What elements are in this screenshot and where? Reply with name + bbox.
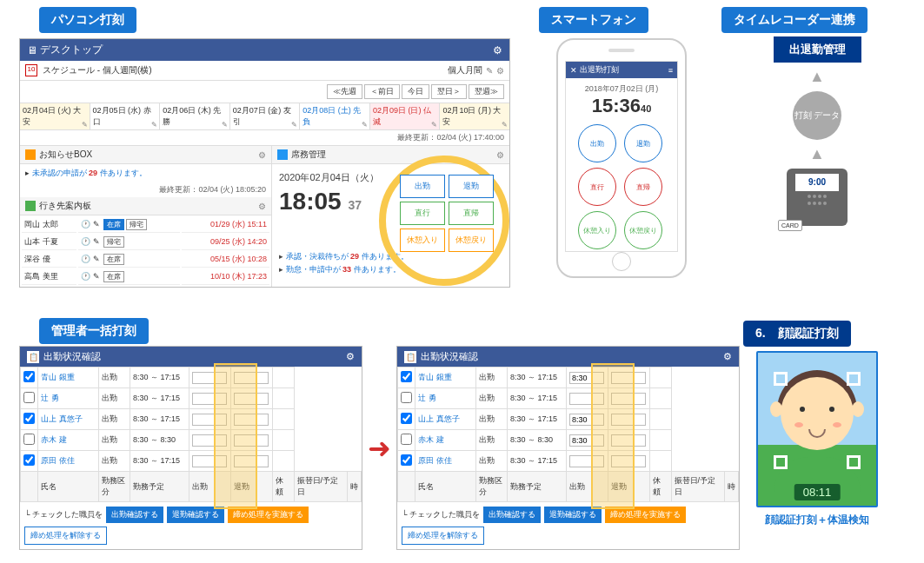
kinmu-title: 席務管理 [291, 149, 326, 161]
btn-close-undo[interactable]: 締め処理を解除する [24, 527, 107, 545]
row-name[interactable]: 青山 銀重 [38, 368, 99, 388]
row-checkbox[interactable] [401, 371, 412, 382]
att-icon: 📋 [27, 351, 39, 363]
btn-chokko[interactable]: 直行 [400, 202, 445, 225]
row-checkbox[interactable] [23, 392, 35, 403]
time-out-input[interactable] [234, 393, 269, 405]
phone-titlebar: ✕ 出退勤打刻≡ [566, 62, 677, 78]
gear-icon[interactable]: ⚙ [496, 150, 504, 160]
time-in-input[interactable] [569, 414, 604, 426]
date-cell[interactable]: 02月04日 (火) 大安✎ [20, 103, 90, 129]
btn-rest-out[interactable]: 休憩戻り [624, 211, 662, 249]
time-in-input[interactable] [192, 434, 227, 447]
smartphone-frame: ✕ 出退勤打刻≡ 2018年07月02日 (月) 15:3640 出勤 退勤 直… [556, 38, 687, 278]
time-in-input[interactable] [569, 455, 604, 467]
schedule-mode[interactable]: 個人月間 [448, 64, 482, 76]
nav-prev-day[interactable]: ＜前日 [364, 84, 400, 99]
menu-icon[interactable]: ≡ [668, 66, 673, 75]
row-name[interactable]: 山上 真悠子 [38, 409, 99, 430]
time-in-input[interactable] [192, 414, 227, 426]
time-in-input[interactable] [569, 393, 604, 405]
btn-chokki[interactable]: 直帰 [449, 202, 494, 225]
gear-icon[interactable]: ⚙ [346, 351, 355, 362]
time-out-input[interactable] [234, 434, 269, 447]
face-caption: 顔認証打刻＋体温検知 [756, 513, 878, 527]
time-in-input[interactable] [192, 372, 227, 384]
btn-rest-in[interactable]: 休憩入り [578, 211, 616, 249]
time-out-input[interactable] [234, 455, 269, 467]
row-name[interactable]: 原田 依佳 [415, 451, 476, 472]
date-cell[interactable]: 02月06日 (木) 先勝✎ [160, 103, 230, 129]
row-checkbox[interactable] [23, 371, 35, 382]
btn-close-exec[interactable]: 締め処理を実施する [228, 507, 309, 523]
date-cell[interactable]: 02月09日 (日) 仏滅✎ [370, 103, 441, 129]
date-cell[interactable]: 02月10日 (月) 大安✎ [440, 103, 509, 129]
time-out-input[interactable] [234, 372, 269, 384]
btn-confirm-out[interactable]: 退勤確認する [544, 507, 602, 523]
table-row: 山上 真悠子出勤8:30 ～ 17:15 [398, 409, 739, 430]
time-in-input[interactable] [569, 434, 604, 447]
dest-title: 行き先案内板 [39, 200, 91, 212]
row-checkbox[interactable] [401, 454, 412, 466]
time-out-input[interactable] [234, 414, 269, 426]
monitor-icon: 🖥 [27, 44, 37, 56]
row-checkbox[interactable] [23, 413, 35, 424]
row-name[interactable]: 赤木 建 [38, 430, 99, 451]
btn-rest-in[interactable]: 休憩入り [400, 229, 445, 252]
btn-shukkin[interactable]: 出勤 [400, 175, 445, 198]
gear-icon[interactable]: ⚙ [258, 202, 266, 211]
phone-buttons: 出勤 退勤 直行 直帰 休憩入り 休憩戻り [566, 117, 677, 256]
time-out-input[interactable] [611, 414, 646, 426]
btn-close-undo[interactable]: 締め処理を解除する [402, 527, 484, 545]
btn-confirm-in[interactable]: 出勤確認する [106, 507, 163, 523]
btn-rest-out[interactable]: 休憩戻り [449, 229, 494, 252]
date-cell[interactable]: 02月07日 (金) 友引✎ [230, 103, 301, 129]
btn-close-exec[interactable]: 締め処理を実施する [605, 507, 686, 523]
date-cell[interactable]: 02月08日 (土) 先負✎ [300, 103, 370, 129]
row-checkbox[interactable] [401, 434, 412, 445]
gear-icon[interactable]: ⚙ [723, 351, 732, 362]
row-checkbox[interactable] [23, 454, 35, 466]
row-checkbox[interactable] [23, 434, 35, 445]
nav-today[interactable]: 今日 [402, 84, 429, 99]
attendance-panel-after: 📋出勤状況確認⚙ 青山 銀重出勤8:30 ～ 17:15辻 勇出勤8:30 ～ … [396, 346, 740, 550]
kinmu-note-2[interactable]: 勤怠・申請中が 33 件あります。 [286, 265, 401, 274]
btn-taikin[interactable]: 退勤 [624, 124, 662, 162]
btn-chokko[interactable]: 直行 [578, 168, 616, 206]
time-in-input[interactable] [192, 455, 227, 467]
gear-icon[interactable]: ⚙ [258, 150, 266, 160]
gear-icon[interactable]: ⚙ [496, 66, 504, 76]
time-in-input[interactable] [569, 372, 604, 384]
gear-icon[interactable]: ⚙ [493, 44, 502, 56]
time-in-input[interactable] [192, 393, 227, 405]
arrow-icon: ➜ [368, 432, 391, 465]
time-out-input[interactable] [611, 372, 646, 384]
btn-shukkin[interactable]: 出勤 [578, 124, 616, 162]
row-checkbox[interactable] [401, 413, 412, 424]
date-cell[interactable]: 02月05日 (水) 赤口✎ [90, 103, 161, 129]
row-checkbox[interactable] [401, 392, 412, 403]
nav-prev-week[interactable]: ≪先週 [327, 84, 362, 99]
nav-next-week[interactable]: 翌週≫ [469, 84, 504, 99]
row-name[interactable]: 赤木 建 [415, 430, 476, 451]
btn-confirm-in[interactable]: 出勤確認する [483, 507, 541, 523]
btn-chokki[interactable]: 直帰 [624, 168, 662, 206]
row-name[interactable]: 青山 銀重 [415, 368, 476, 388]
time-out-input[interactable] [611, 455, 646, 467]
row-name[interactable]: 山上 真悠子 [415, 409, 476, 430]
btn-confirm-out[interactable]: 退勤確認する [167, 507, 224, 523]
nav-next-day[interactable]: 翌日＞ [431, 84, 467, 99]
close-icon[interactable]: ✕ [570, 66, 577, 75]
row-name[interactable]: 辻 勇 [415, 388, 476, 409]
section-tag-phone: スマートフォン [539, 7, 648, 33]
table-row: 原田 依佳出勤8:30 ～ 17:15 [398, 451, 739, 472]
row-name[interactable]: 辻 勇 [38, 388, 99, 409]
pencil-icon[interactable]: ✎ [486, 66, 493, 76]
btn-taikin[interactable]: 退勤 [449, 175, 494, 198]
notice-link[interactable]: 未承認の申請が 29 件あります。 [32, 169, 147, 177]
notice-header: お知らせBOX ⚙ [20, 146, 271, 164]
row-name[interactable]: 原田 依佳 [38, 451, 99, 472]
time-out-input[interactable] [611, 393, 646, 405]
phone-screen: ✕ 出退勤打刻≡ 2018年07月02日 (月) 15:3640 出勤 退勤 直… [565, 61, 678, 252]
time-out-input[interactable] [611, 434, 646, 447]
